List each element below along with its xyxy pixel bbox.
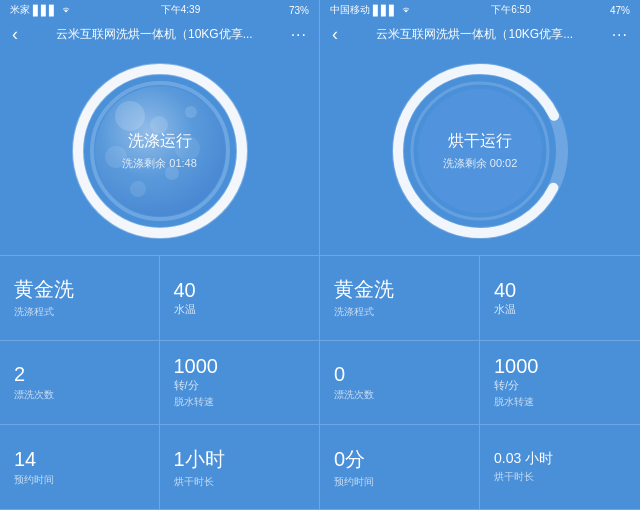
status-bar-right: 中国移动 ▋▋▋ 下午6:50 47% bbox=[320, 0, 640, 20]
cell-left-3: 1000 转/分 脱水转速 bbox=[160, 341, 320, 426]
more-button-left[interactable]: ··· bbox=[291, 26, 307, 44]
signal-icon-left: ▋▋▋ bbox=[33, 5, 57, 16]
ring-sub-label-left: 洗涤剩余 01:48 bbox=[122, 156, 197, 171]
label-left-3: 脱水转速 bbox=[174, 395, 306, 409]
unit-left-3: 转/分 bbox=[174, 378, 306, 393]
label-right-2: 漂洗次数 bbox=[334, 388, 465, 402]
value-left-4: 14 bbox=[14, 448, 145, 471]
cell-left-0: 黄金洗 洗涤程式 bbox=[0, 256, 160, 341]
cell-right-4: 0分 预约时间 bbox=[320, 425, 480, 510]
label-left-4: 预约时间 bbox=[14, 473, 145, 487]
ring-area-left: 洗涤运行 洗涤剩余 01:48 bbox=[0, 51, 319, 255]
status-right-left: 73% bbox=[289, 5, 309, 16]
label-right-0: 洗涤程式 bbox=[334, 305, 465, 319]
value-left-1: 40 bbox=[174, 279, 306, 302]
time-left: 下午4:39 bbox=[161, 3, 200, 17]
title-left: 云米互联网洗烘一体机（10KG优享... bbox=[18, 26, 291, 43]
info-grid-left: 黄金洗 洗涤程式 40 水温 2 漂洗次数 1000 转/分 脱水转速 14 预… bbox=[0, 255, 319, 510]
label-left-2: 漂洗次数 bbox=[14, 388, 145, 402]
cell-left-1: 40 水温 bbox=[160, 256, 320, 341]
ring-main-text-left: 洗涤运行 bbox=[122, 131, 197, 152]
value-right-1: 40 bbox=[494, 279, 626, 302]
unit-left-1: 水温 bbox=[174, 302, 306, 317]
label-right-4: 预约时间 bbox=[334, 475, 465, 489]
carrier-left: 米家 bbox=[10, 3, 30, 17]
ring-container-left: 洗涤运行 洗涤剩余 01:48 bbox=[70, 61, 250, 241]
title-right: 云米互联网洗烘一体机（10KG优享... bbox=[338, 26, 612, 43]
value-left-0: 黄金洗 bbox=[14, 276, 145, 303]
battery-right: 47% bbox=[610, 5, 630, 16]
cell-right-1: 40 水温 bbox=[480, 256, 640, 341]
cell-right-3: 1000 转/分 脱水转速 bbox=[480, 341, 640, 426]
label-left-5: 烘干时长 bbox=[174, 475, 306, 489]
status-bar-left: 米家 ▋▋▋ 下午4:39 73% bbox=[0, 0, 319, 20]
ring-sub-right: 洗涤剩余 00:02 bbox=[443, 156, 518, 171]
cell-left-5: 1小时 烘干时长 bbox=[160, 425, 320, 510]
ring-inner-right: 烘干运行 洗涤剩余 00:02 bbox=[443, 131, 518, 171]
info-grid-right: 黄金洗 洗涤程式 40 水温 0 漂洗次数 1000 转/分 脱水转速 0分 预… bbox=[320, 255, 640, 510]
unit-right-1: 水温 bbox=[494, 302, 626, 317]
status-left: 米家 ▋▋▋ bbox=[10, 3, 72, 17]
cell-right-5: 0.03 小时 烘干时长 bbox=[480, 425, 640, 510]
value-right-5: 0.03 小时 bbox=[494, 450, 626, 468]
label-left-0: 洗涤程式 bbox=[14, 305, 145, 319]
left-phone: 米家 ▋▋▋ 下午4:39 73% ‹ 云米互联网洗烘一体机（10KG优享...… bbox=[0, 0, 320, 510]
header-left: ‹ 云米互联网洗烘一体机（10KG优享... ··· bbox=[0, 20, 319, 51]
value-left-3: 1000 bbox=[174, 355, 306, 378]
value-right-3: 1000 bbox=[494, 355, 626, 378]
value-right-4: 0分 bbox=[334, 446, 465, 473]
ring-area-right: 烘干运行 洗涤剩余 00:02 bbox=[320, 51, 640, 255]
battery-left: 73% bbox=[289, 5, 309, 16]
status-left-right: 中国移动 ▋▋▋ bbox=[330, 3, 412, 17]
header-right: ‹ 云米互联网洗烘一体机（10KG优享... ··· bbox=[320, 20, 640, 51]
label-right-5: 烘干时长 bbox=[494, 470, 626, 484]
more-button-right[interactable]: ··· bbox=[612, 26, 628, 44]
ring-main-text-right: 烘干运行 bbox=[443, 131, 518, 152]
ring-inner-left: 洗涤运行 洗涤剩余 01:48 bbox=[122, 131, 197, 171]
cell-right-0: 黄金洗 洗涤程式 bbox=[320, 256, 480, 341]
time-right: 下午6:50 bbox=[491, 3, 530, 17]
cell-left-4: 14 预约时间 bbox=[0, 425, 160, 510]
cell-left-2: 2 漂洗次数 bbox=[0, 341, 160, 426]
signal-icon-right: ▋▋▋ bbox=[373, 5, 397, 16]
value-left-5: 1小时 bbox=[174, 446, 306, 473]
right-phone: 中国移动 ▋▋▋ 下午6:50 47% ‹ 云米互联网洗烘一体机（10KG优享.… bbox=[320, 0, 640, 510]
ring-container-right: 烘干运行 洗涤剩余 00:02 bbox=[390, 61, 570, 241]
wifi-icon-left bbox=[60, 4, 72, 16]
label-right-3: 脱水转速 bbox=[494, 395, 626, 409]
value-right-0: 黄金洗 bbox=[334, 276, 465, 303]
wifi-icon-right bbox=[400, 4, 412, 16]
unit-right-3: 转/分 bbox=[494, 378, 626, 393]
cell-right-2: 0 漂洗次数 bbox=[320, 341, 480, 426]
status-right-right: 47% bbox=[610, 5, 630, 16]
carrier-right: 中国移动 bbox=[330, 3, 370, 17]
value-left-2: 2 bbox=[14, 363, 145, 386]
value-right-2: 0 bbox=[334, 363, 465, 386]
